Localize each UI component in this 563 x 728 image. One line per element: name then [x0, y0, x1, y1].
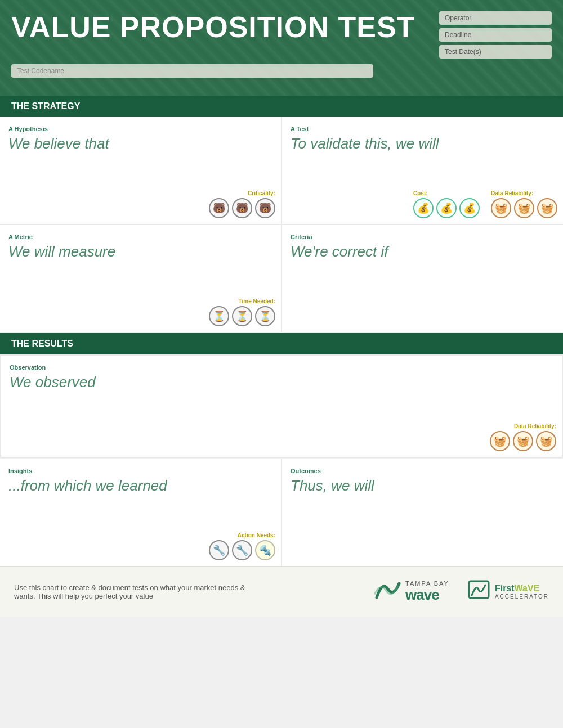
reliability-icon-3[interactable]: 🧺 — [537, 198, 557, 218]
hypothesis-card: A Hypothesis We believe that Criticality… — [0, 117, 281, 224]
outcomes-label: Outcomes — [291, 468, 555, 474]
reliability-icon-1[interactable]: 🧺 — [491, 198, 511, 218]
time-needed-icons: ⏳ ⏳ ⏳ — [209, 306, 275, 326]
cost-icon-1[interactable]: 💰 — [413, 198, 434, 218]
cost-icon-2[interactable]: 💰 — [436, 198, 457, 218]
codename-field[interactable]: Test Codename — [11, 64, 373, 78]
header: VALUE PROPOSITION TEST Operator Deadline… — [0, 0, 563, 96]
footer-logos: TAMPA BAY wave FirstWaVE ACCELERATOR — [374, 578, 549, 605]
data-reliability-icons: 🧺 🧺 🧺 — [491, 198, 557, 218]
results-section-header: THE RESULTS — [0, 333, 563, 354]
hypothesis-label: A Hypothesis — [8, 125, 272, 132]
insights-card: Insights ...from which we learned Action… — [0, 459, 281, 566]
page-title: VALUE PROPOSITION TEST — [11, 11, 415, 43]
obs-reliability-section: Data Reliability: 🧺 🧺 🧺 — [490, 423, 556, 451]
criticality-icon-3[interactable]: 🐻 — [255, 198, 275, 218]
observation-card: Observation We observed Data Reliability… — [1, 356, 562, 457]
criteria-text: We're correct if — [291, 242, 555, 262]
tampa-bay-wave-logo: TAMPA BAY wave — [374, 578, 449, 605]
hypothesis-text: We believe that — [8, 134, 272, 154]
outcomes-text: Thus, we will — [291, 477, 555, 496]
test-bottom: Cost: 💰 💰 💰 Data Reliability: 🧺 🧺 🧺 — [413, 190, 557, 218]
timer-icon-2[interactable]: ⏳ — [232, 306, 252, 326]
metric-card: A Metric We will measure Time Needed: ⏳ … — [0, 225, 281, 332]
criteria-card: Criteria We're correct if — [282, 225, 563, 332]
footer: Use this chart to create & document test… — [0, 566, 563, 617]
insights-label: Insights — [8, 468, 272, 474]
strategy-title: THE STRATEGY — [11, 101, 80, 111]
firstwave-logo: FirstWaVE ACCELERATOR — [466, 578, 549, 605]
deadline-field[interactable]: Deadline — [439, 28, 552, 42]
metric-label: A Metric — [8, 233, 272, 240]
obs-reliability-icon-2[interactable]: 🧺 — [513, 431, 533, 451]
data-reliability-group: Data Reliability: 🧺 🧺 🧺 — [491, 190, 557, 218]
header-fields: Operator Deadline Test Date(s) — [439, 11, 552, 59]
tampa-bay-text: TAMPA BAY wave — [405, 580, 449, 603]
firstwave-bottom: ACCELERATOR — [495, 594, 549, 600]
test-text: To validate this, we will — [291, 134, 555, 154]
criticality-icon-1[interactable]: 🐻 — [209, 198, 229, 218]
criticality-label: Criticality: — [248, 190, 275, 196]
results-title: THE RESULTS — [11, 339, 73, 348]
strategy-section-header: THE STRATEGY — [0, 96, 563, 117]
action-needs-section: Action Needs: 🔧 🔧 🔩 — [209, 532, 275, 560]
action-needs-icons: 🔧 🔧 🔩 — [209, 540, 275, 560]
header-content: VALUE PROPOSITION TEST Operator Deadline… — [11, 11, 552, 59]
tampa-bay-bottom: wave — [405, 587, 449, 603]
operator-field[interactable]: Operator — [439, 11, 552, 25]
metric-text: We will measure — [8, 242, 272, 262]
cost-group: Cost: 💰 💰 💰 — [413, 190, 480, 218]
obs-reliability-icon-3[interactable]: 🧺 — [536, 431, 556, 451]
observation-label: Observation — [10, 364, 553, 371]
action-needs-label: Action Needs: — [238, 532, 275, 538]
criticality-section: Criticality: 🐻 🐻 🐻 — [209, 190, 275, 218]
test-dates-field[interactable]: Test Date(s) — [439, 45, 552, 59]
action-icon-2[interactable]: 🔧 — [232, 540, 252, 560]
criticality-icons: 🐻 🐻 🐻 — [209, 198, 275, 218]
results-grid: Insights ...from which we learned Action… — [0, 459, 563, 566]
reliability-icon-2[interactable]: 🧺 — [514, 198, 534, 218]
outcomes-card: Outcomes Thus, we will — [282, 459, 563, 566]
firstwave-top: FirstWaVE — [495, 583, 549, 594]
action-icon-3[interactable]: 🔩 — [255, 540, 275, 560]
footer-text: Use this chart to create & document test… — [14, 583, 251, 600]
timer-icon-3[interactable]: ⏳ — [255, 306, 275, 326]
codename-row: Test Codename — [11, 64, 552, 78]
cost-icons: 💰 💰 💰 — [413, 198, 480, 218]
time-needed-label: Time Needed: — [239, 298, 275, 304]
obs-reliability-label: Data Reliability: — [514, 423, 556, 429]
strategy-grid: A Hypothesis We believe that Criticality… — [0, 117, 563, 332]
criticality-icon-2[interactable]: 🐻 — [232, 198, 252, 218]
cost-label: Cost: — [413, 190, 428, 196]
test-label: A Test — [291, 125, 555, 132]
time-needed-section: Time Needed: ⏳ ⏳ ⏳ — [209, 298, 275, 326]
criteria-label: Criteria — [291, 233, 555, 240]
wave-icon — [374, 578, 402, 605]
firstwave-icon — [466, 578, 491, 605]
cost-icon-3[interactable]: 💰 — [459, 198, 480, 218]
obs-reliability-icons: 🧺 🧺 🧺 — [490, 431, 556, 451]
obs-reliability-icon-1[interactable]: 🧺 — [490, 431, 510, 451]
data-reliability-label: Data Reliability: — [491, 190, 533, 196]
insights-text: ...from which we learned — [8, 477, 272, 496]
timer-icon-1[interactable]: ⏳ — [209, 306, 229, 326]
test-card: A Test To validate this, we will Cost: 💰… — [282, 117, 563, 224]
action-icon-1[interactable]: 🔧 — [209, 540, 229, 560]
observation-section: Observation We observed Data Reliability… — [0, 354, 563, 458]
firstwave-text: FirstWaVE ACCELERATOR — [495, 583, 549, 600]
observation-text: We observed — [10, 373, 553, 392]
